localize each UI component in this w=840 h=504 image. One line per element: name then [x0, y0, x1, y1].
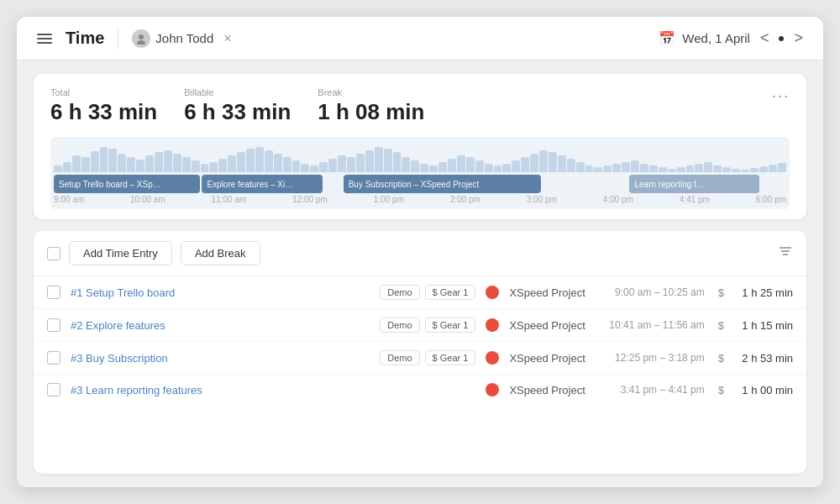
add-break-button[interactable]: Add Break — [181, 241, 260, 265]
entries-list: #1 Setup Trello boardDemo$ Gear 1XSpeed … — [34, 276, 806, 405]
user-name: John Todd — [155, 31, 213, 45]
row-checkbox[interactable] — [47, 383, 60, 396]
break-summary: Break 1 h 08 min — [318, 87, 424, 125]
segment-1: Setup Trello board – XSp… — [54, 175, 200, 193]
entry-name[interactable]: #3 Learn reporting features — [71, 384, 205, 396]
filter-icon[interactable] — [778, 244, 793, 263]
time-label-8: 4:41 pm — [680, 195, 710, 204]
calendar-icon: 📅 — [659, 30, 675, 46]
billable-label: Billable — [184, 87, 291, 97]
time-label-3: 12:00 pm — [292, 195, 328, 204]
table-row: #3 Buy SubscriptionDemo$ Gear 1XSpeed Pr… — [34, 342, 806, 375]
menu-icon[interactable] — [34, 30, 55, 47]
summary-row: Total 6 h 33 min Billable 6 h 33 min Bre… — [50, 87, 790, 125]
time-label-6: 3:00 pm — [527, 195, 557, 204]
duration: 2 h 53 min — [734, 352, 793, 365]
time-label-5: 2:00 pm — [450, 195, 480, 204]
time-label-4: 1:00 pm — [374, 195, 404, 204]
segment-3: Buy Subscription – XSpeed Project — [344, 175, 541, 193]
table-row: #3 Learn reporting featuresXSpeed Projec… — [34, 375, 806, 405]
tag: $ Gear 1 — [425, 285, 476, 300]
summary-card: Total 6 h 33 min Billable 6 h 33 min Bre… — [34, 74, 806, 219]
prev-date-button[interactable]: < — [757, 28, 773, 49]
svg-point-1 — [137, 40, 145, 45]
tag: Demo — [380, 350, 419, 365]
billable-icon: $ — [718, 286, 724, 299]
total-summary: Total 6 h 33 min — [50, 87, 157, 125]
time-label-1: 10:00 am — [130, 195, 165, 204]
entry-tags: Demo$ Gear 1 — [380, 318, 475, 333]
duration: 1 h 00 min — [734, 384, 793, 396]
table-row: #1 Setup Trello boardDemo$ Gear 1XSpeed … — [34, 276, 806, 309]
billable-icon: $ — [718, 352, 724, 365]
content: Total 6 h 33 min Billable 6 h 33 min Bre… — [17, 60, 823, 487]
table-row: #2 Explore featuresDemo$ Gear 1XSpeed Pr… — [34, 309, 806, 342]
user-avatar-icon — [132, 29, 150, 48]
billable-icon: $ — [718, 319, 724, 332]
time-range: 3:41 pm – 4:41 pm — [596, 384, 705, 396]
svg-point-0 — [139, 34, 144, 39]
current-date: Wed, 1 April — [682, 31, 750, 45]
tag: Demo — [380, 285, 419, 300]
header-divider — [118, 29, 118, 49]
billable-value: 6 h 33 min — [184, 99, 291, 125]
header-right: 📅 Wed, 1 April < > — [659, 28, 806, 49]
entries-toolbar: Add Time Entry Add Break — [34, 231, 806, 276]
tag: $ Gear 1 — [425, 350, 476, 365]
time-label-9: 6:00 pm — [756, 195, 786, 204]
entry-tags: Demo$ Gear 1 — [380, 285, 475, 300]
break-label: Break — [318, 87, 424, 97]
close-icon[interactable]: × — [218, 29, 236, 48]
page-title: Time — [66, 29, 104, 48]
time-label-7: 4:00 pm — [603, 195, 633, 204]
header: Time John Todd × 📅 Wed, 1 April < > — [17, 17, 823, 60]
project-color-dot — [486, 318, 499, 332]
segment-2: Explore features – Xi… — [202, 175, 323, 193]
time-range: 9:00 am – 10:25 am — [596, 286, 705, 298]
more-options-button[interactable]: ··· — [772, 87, 790, 105]
project-name: XSpeed Project — [509, 286, 585, 299]
project-color-dot — [486, 383, 499, 396]
time-range: 12:25 pm – 3:18 pm — [596, 352, 705, 364]
bar-chart — [50, 140, 790, 172]
entries-card: Add Time Entry Add Break #1 Setup Trello… — [34, 231, 806, 474]
entry-name[interactable]: #1 Setup Trello board — [71, 286, 205, 299]
entry-name[interactable]: #2 Explore features — [71, 319, 205, 332]
time-labels: 9:00 am 10:00 am 11:00 am 12:00 pm 1:00 … — [50, 193, 790, 206]
total-value: 6 h 33 min — [50, 99, 157, 125]
duration: 1 h 25 min — [734, 286, 793, 299]
timeline-area: Setup Trello board – XSp… Explore featur… — [50, 137, 790, 209]
segment-4: Learn reporting f… — [629, 175, 759, 193]
project-name: XSpeed Project — [509, 384, 585, 396]
add-time-entry-button[interactable]: Add Time Entry — [69, 241, 172, 265]
break-value: 1 h 08 min — [318, 99, 424, 125]
total-label: Total — [50, 87, 157, 97]
billable-icon: $ — [718, 384, 724, 396]
row-checkbox[interactable] — [47, 318, 60, 332]
project-name: XSpeed Project — [509, 352, 585, 365]
tag: $ Gear 1 — [425, 318, 476, 333]
project-name: XSpeed Project — [509, 319, 585, 332]
duration: 1 h 15 min — [734, 319, 793, 332]
next-date-button[interactable]: > — [790, 28, 806, 49]
tag: Demo — [380, 318, 419, 333]
header-left: Time John Todd × — [34, 29, 237, 49]
current-dot — [779, 36, 784, 41]
time-label-0: 9:00 am — [54, 195, 84, 204]
entry-tags: Demo$ Gear 1 — [380, 350, 475, 365]
project-color-dot — [486, 351, 499, 365]
row-checkbox[interactable] — [47, 286, 60, 299]
select-all-checkbox[interactable] — [47, 247, 60, 260]
row-checkbox[interactable] — [47, 351, 60, 365]
entry-name[interactable]: #3 Buy Subscription — [71, 352, 205, 365]
billable-summary: Billable 6 h 33 min — [184, 87, 291, 125]
user-info: John Todd × — [132, 29, 236, 48]
timeline-segments: Setup Trello board – XSp… Explore featur… — [50, 172, 790, 193]
time-range: 10:41 am – 11:56 am — [596, 319, 705, 331]
project-color-dot — [486, 286, 499, 299]
time-label-2: 11:00 am — [212, 195, 247, 204]
app-container: Time John Todd × 📅 Wed, 1 April < > — [17, 17, 823, 487]
